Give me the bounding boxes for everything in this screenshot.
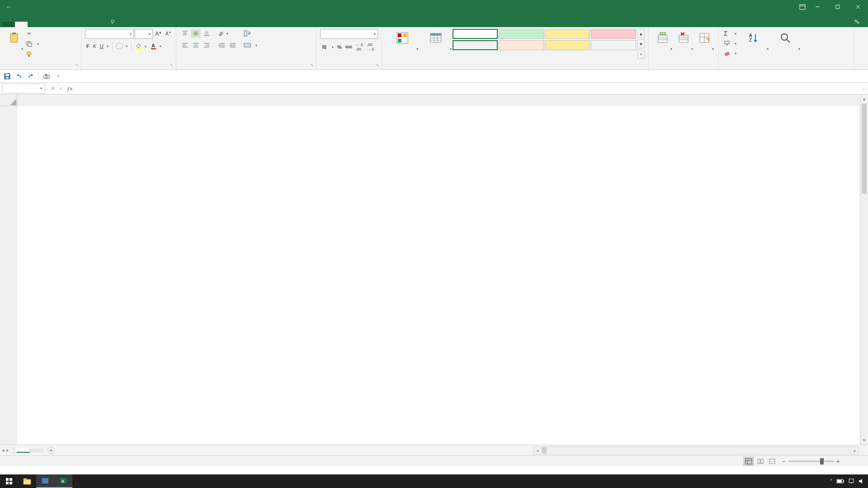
style-erklaerend[interactable] [591,40,636,50]
decrease-font-button[interactable]: A▼ [164,29,173,38]
sheet-nav-prev[interactable]: ◂ [2,447,5,453]
font-color-button[interactable]: A ▾ [149,42,163,51]
add-sheet-button[interactable]: + [47,447,55,454]
italic-button[interactable]: K [92,42,98,51]
dialog-launcher[interactable]: ⤡ [309,62,315,68]
tab-search[interactable] [104,16,124,27]
wrap-text-button[interactable] [242,29,259,38]
view-normal-button[interactable] [743,457,754,466]
style-neutral[interactable] [545,29,590,39]
sort-filter-button[interactable]: AZ ▾ [738,29,769,53]
increase-font-button[interactable]: A▲ [154,29,163,38]
style-gut[interactable] [499,29,544,39]
minimize-button[interactable] [807,0,827,14]
spreadsheet-grid[interactable]: ▲ ▼ [0,94,868,445]
tab-view[interactable] [91,22,104,27]
dialog-launcher[interactable]: ⤡ [374,62,381,68]
insert-cells-button[interactable]: ▾ [652,29,673,53]
select-all-corner[interactable] [0,94,17,106]
view-page-layout-button[interactable] [755,457,766,466]
undo-button[interactable] [14,71,24,82]
dialog-launcher[interactable]: ⤡ [74,62,80,68]
format-as-table-button[interactable]: ▾ [419,29,453,53]
increase-decimal-button[interactable]: ←.0.00 [354,42,365,52]
percent-button[interactable]: % [336,42,343,52]
fill-color-button[interactable]: ▾ [134,42,148,51]
camera-button[interactable] [41,71,52,82]
tray-battery-icon[interactable] [836,479,844,484]
orientation-button[interactable]: ab▾ [217,29,230,38]
taskbar-app-1[interactable] [36,474,54,488]
sheet-tab-2[interactable] [30,449,43,452]
font-name-select[interactable]: ▾ [85,29,134,39]
sheet-nav-next[interactable]: ▸ [6,447,9,453]
formula-expand[interactable]: ⌄ [860,86,868,91]
tray-expand-icon[interactable]: ˄ [830,479,833,484]
align-middle-button[interactable] [191,29,201,38]
zoom-in-button[interactable]: + [836,458,840,465]
horizontal-scrollbar[interactable]: ◂ ▸ [533,446,859,455]
tray-network-icon[interactable] [848,478,854,484]
align-center-button[interactable] [191,41,201,50]
tab-layout[interactable] [40,22,53,27]
style-eingabe[interactable] [545,40,590,50]
accept-formula-icon[interactable]: ✓ [59,85,63,92]
style-berechnung[interactable] [499,40,544,50]
cells-area[interactable] [17,106,860,445]
dialog-launcher[interactable]: ⤡ [169,62,175,68]
paste-button[interactable]: ▾ [4,29,24,53]
cut-button[interactable]: ✂ [24,29,40,38]
taskbar-excel[interactable]: X [54,474,72,488]
styles-scroll-up[interactable]: ▴ [637,29,645,38]
tab-data[interactable] [66,22,78,27]
align-top-button[interactable] [180,29,190,38]
font-size-select[interactable]: ▾ [135,29,153,39]
qat-customize[interactable]: ▾ [53,71,64,82]
taskbar-explorer[interactable] [18,474,36,488]
styles-scroll-down[interactable]: ▾ [637,39,645,48]
back-icon[interactable]: ← [6,3,12,10]
zoom-out-button[interactable]: − [782,458,786,465]
maximize-button[interactable] [827,0,848,14]
tray-volume-icon[interactable] [858,478,864,484]
format-painter-button[interactable] [24,50,40,59]
underline-button[interactable]: U▾ [99,42,110,51]
align-right-button[interactable] [202,41,212,50]
decrease-indent-button[interactable] [217,41,227,50]
style-standard[interactable] [453,29,498,39]
align-bottom-button[interactable] [202,29,212,38]
autosum-button[interactable]: Σ ▾ [722,29,738,38]
copy-button[interactable]: ▾ [24,39,40,48]
fx-icon[interactable]: ƒx [67,85,72,92]
merge-center-button[interactable]: ▾ [242,41,259,50]
clear-button[interactable]: ▾ [722,49,738,58]
share-button[interactable] [848,16,868,27]
style-ausgabe[interactable] [453,40,498,50]
styles-more[interactable]: ≡ [637,50,645,59]
close-button[interactable] [848,0,868,14]
cancel-formula-icon[interactable]: ✕ [51,85,55,92]
tab-file[interactable] [2,22,15,27]
tab-formulas[interactable] [53,22,66,27]
calendar-icon[interactable] [798,2,807,11]
save-button[interactable] [2,71,13,82]
name-box[interactable]: ▾ [2,84,45,94]
increase-indent-button[interactable] [228,41,238,50]
currency-button[interactable]: ₪▾ [320,42,335,52]
thousands-button[interactable]: 000 [344,42,354,52]
find-select-button[interactable]: ▾ [769,29,801,53]
view-page-break-button[interactable] [767,457,778,466]
row-headers[interactable] [0,106,17,445]
delete-cells-button[interactable]: ▾ [673,29,694,53]
fill-button[interactable]: ▾ [722,39,738,48]
style-schlecht[interactable] [591,29,636,39]
align-left-button[interactable] [180,41,190,50]
decrease-decimal-button[interactable]: .00→.0 [365,42,376,52]
bold-button[interactable]: F [85,42,91,51]
sheet-tab-1[interactable] [17,448,30,453]
borders-button[interactable]: ▾ [115,42,129,51]
start-button[interactable] [0,474,18,488]
column-headers[interactable] [17,94,860,106]
number-format-select[interactable]: ▾ [320,29,378,39]
vertical-scrollbar[interactable]: ▲ ▼ [860,94,868,445]
